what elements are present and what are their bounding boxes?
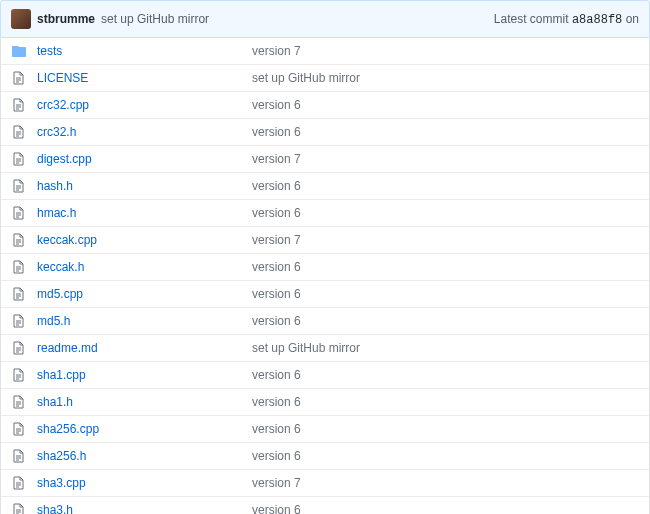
file-name-link[interactable]: sha256.cpp <box>37 422 252 436</box>
commit-message-link[interactable]: version 6 <box>252 395 639 409</box>
commit-message-link[interactable]: version 6 <box>252 449 639 463</box>
file-icon <box>11 395 27 409</box>
on-label: on <box>626 12 639 26</box>
file-row: digest.cppversion 7 <box>1 146 649 173</box>
file-row: crc32.cppversion 6 <box>1 92 649 119</box>
file-icon <box>11 233 27 247</box>
commit-header: stbrumme set up GitHub mirror Latest com… <box>0 0 650 38</box>
file-icon <box>11 152 27 166</box>
file-row: hmac.hversion 6 <box>1 200 649 227</box>
commit-message-link[interactable]: version 6 <box>252 179 639 193</box>
latest-commit-info: Latest commit a8a88f8 on <box>494 12 639 27</box>
file-icon <box>11 449 27 463</box>
commit-message-link[interactable]: version 7 <box>252 152 639 166</box>
commit-message-header[interactable]: set up GitHub mirror <box>101 12 209 26</box>
file-icon <box>11 476 27 490</box>
file-icon <box>11 206 27 220</box>
commit-message-link[interactable]: version 7 <box>252 476 639 490</box>
commit-author-block: stbrumme set up GitHub mirror <box>11 9 209 29</box>
file-row: sha256.cppversion 6 <box>1 416 649 443</box>
file-icon <box>11 368 27 382</box>
file-row: keccak.cppversion 7 <box>1 227 649 254</box>
commit-message-link[interactable]: version 7 <box>252 233 639 247</box>
file-row: hash.hversion 6 <box>1 173 649 200</box>
file-row: sha256.hversion 6 <box>1 443 649 470</box>
file-name-link[interactable]: keccak.cpp <box>37 233 252 247</box>
author-link[interactable]: stbrumme <box>37 12 95 26</box>
commit-message-link[interactable]: version 6 <box>252 260 639 274</box>
file-row: crc32.hversion 6 <box>1 119 649 146</box>
commit-message-link[interactable]: set up GitHub mirror <box>252 341 639 355</box>
file-icon <box>11 98 27 112</box>
file-name-link[interactable]: hmac.h <box>37 206 252 220</box>
file-name-link[interactable]: tests <box>37 44 252 58</box>
file-name-link[interactable]: hash.h <box>37 179 252 193</box>
file-name-link[interactable]: crc32.h <box>37 125 252 139</box>
commit-hash[interactable]: a8a88f8 <box>572 13 622 27</box>
file-icon <box>11 71 27 85</box>
commit-message-link[interactable]: version 7 <box>252 44 639 58</box>
commit-message-link[interactable]: version 6 <box>252 206 639 220</box>
file-icon <box>11 125 27 139</box>
file-name-link[interactable]: sha1.cpp <box>37 368 252 382</box>
file-name-link[interactable]: sha3.h <box>37 503 252 514</box>
file-icon <box>11 260 27 274</box>
commit-message-link[interactable]: version 6 <box>252 98 639 112</box>
commit-message-link[interactable]: version 6 <box>252 287 639 301</box>
file-name-link[interactable]: digest.cpp <box>37 152 252 166</box>
file-name-link[interactable]: crc32.cpp <box>37 98 252 112</box>
file-list: testsversion 7LICENSEset up GitHub mirro… <box>0 38 650 514</box>
file-name-link[interactable]: md5.h <box>37 314 252 328</box>
commit-message-link[interactable]: version 6 <box>252 314 639 328</box>
file-name-link[interactable]: readme.md <box>37 341 252 355</box>
file-row: testsversion 7 <box>1 38 649 65</box>
file-row: sha1.cppversion 6 <box>1 362 649 389</box>
file-row: readme.mdset up GitHub mirror <box>1 335 649 362</box>
file-row: keccak.hversion 6 <box>1 254 649 281</box>
file-name-link[interactable]: sha3.cpp <box>37 476 252 490</box>
file-row: sha3.hversion 6 <box>1 497 649 514</box>
commit-message-link[interactable]: version 6 <box>252 503 639 514</box>
file-name-link[interactable]: LICENSE <box>37 71 252 85</box>
file-row: md5.cppversion 6 <box>1 281 649 308</box>
file-icon <box>11 422 27 436</box>
file-icon <box>11 287 27 301</box>
avatar[interactable] <box>11 9 31 29</box>
folder-icon <box>11 44 27 58</box>
commit-message-link[interactable]: version 6 <box>252 422 639 436</box>
file-name-link[interactable]: sha256.h <box>37 449 252 463</box>
file-row: sha1.hversion 6 <box>1 389 649 416</box>
file-icon <box>11 179 27 193</box>
file-icon <box>11 341 27 355</box>
file-name-link[interactable]: md5.cpp <box>37 287 252 301</box>
commit-message-link[interactable]: set up GitHub mirror <box>252 71 639 85</box>
file-row: sha3.cppversion 7 <box>1 470 649 497</box>
file-icon <box>11 314 27 328</box>
latest-commit-label: Latest commit <box>494 12 569 26</box>
file-row: md5.hversion 6 <box>1 308 649 335</box>
file-name-link[interactable]: keccak.h <box>37 260 252 274</box>
file-name-link[interactable]: sha1.h <box>37 395 252 409</box>
commit-message-link[interactable]: version 6 <box>252 368 639 382</box>
file-row: LICENSEset up GitHub mirror <box>1 65 649 92</box>
commit-message-link[interactable]: version 6 <box>252 125 639 139</box>
file-icon <box>11 503 27 514</box>
